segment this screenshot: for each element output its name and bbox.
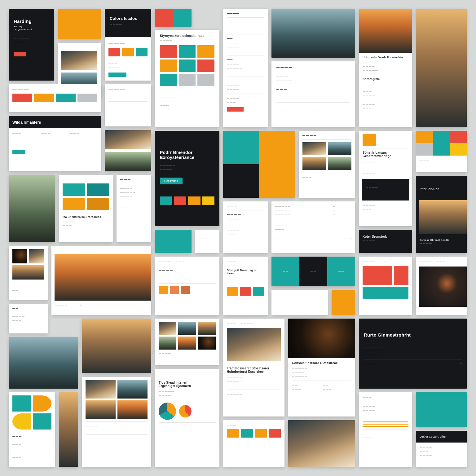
card-gallery-6[interactable]: — — — — [155, 319, 219, 365]
title: Stringritt Dinertrag of tress [227, 269, 264, 275]
sub: Ergeshigst Sjoomern [159, 384, 216, 388]
hero-sub1: Pair fly [14, 25, 49, 28]
card-hero-dark[interactable]: Harding Pair fly Largess cheret — — — — … [9, 9, 54, 81]
title: Inter Rionich [420, 187, 463, 191]
progress-bar [363, 426, 408, 427]
card-colorful-mini[interactable]: — — — — — — —— — — [223, 420, 284, 467]
card-small-doc[interactable]: —— —— ——— — — —— — — — — — — —— — — — [105, 84, 151, 126]
title: Lexict Cesantrefits [420, 435, 463, 438]
card-progress[interactable]: — — — — — — —— — — —— — — .card[data-nam… [359, 392, 412, 467]
card-thumbs-3[interactable]: — — —— — [9, 246, 48, 300]
progress-bar: .card[data-name="card-progress"] .bar:nt… [363, 421, 408, 422]
title2: Exroystéeriance [160, 155, 214, 160]
title: Ina Bnertterallic Drorcoress [63, 215, 109, 218]
card-kover[interactable]: Koter Sronsterk — — — — [359, 230, 412, 253]
card-lake-photo[interactable] [271, 9, 355, 58]
card-road-dark[interactable]: — — Inter Rionich — — — — Esmess Obrandt… [416, 176, 467, 253]
card-captioned-dark[interactable]: Sönenir Latsars Gessrdraftmaringe — — — … [359, 131, 412, 226]
card-text-mid[interactable]: — — — — —— — — —— — — — — [271, 290, 328, 315]
card-small-1[interactable] [155, 230, 192, 253]
sub: Gessrdraftmaringe [363, 154, 408, 158]
image-placeholder [61, 51, 97, 70]
title: Wilda Irmanlers [12, 120, 97, 125]
card-strip-photo[interactable] [59, 392, 78, 467]
card-colors-light[interactable]: Colors leados — — — — —— —— —— — — —— — … [105, 9, 151, 81]
card-lower-strip[interactable]: Lexict Cesantrefits — — — —— — —— — — — [416, 431, 467, 467]
title: Tlos Siead Intenerl [159, 381, 216, 384]
sub: Hubobertorst Escerdree [227, 370, 281, 373]
card-wild-brands[interactable]: Wilda Irmanlers — — —— — — —— — —— — — —… [9, 116, 101, 171]
card-rue-dark[interactable]: — — Rurte Ginmestrphrht — — — — — — — ——… [359, 319, 467, 389]
hero-body: — — — — —— — — — [14, 36, 49, 44]
title: Colors leados [110, 16, 146, 21]
card-small-2[interactable]: — —— — —— — [195, 230, 219, 253]
card-tri-section[interactable]: — — — — — — — — — — — — — — — —— — — — —… [155, 257, 219, 315]
card-bottom-photo[interactable] [288, 420, 355, 467]
card-thumb-doc[interactable]: — — — — — — —— — — — [299, 131, 355, 198]
card-teal-dark-split[interactable]: — — — — — — [271, 257, 355, 286]
card-lighthouse[interactable]: — — — — — — — — — — — ○ [51, 246, 151, 315]
template-moodboard: Harding Pair fly Largess cheret — — — — … [9, 9, 467, 467]
cta[interactable] [227, 107, 244, 112]
card-under-squares[interactable]: — — — — — — — — — — —— — — — —— — —— — —… [223, 201, 268, 253]
card-four-square[interactable] [223, 131, 295, 198]
cta[interactable] [108, 73, 126, 77]
title: Sönenir Latsars [363, 151, 408, 154]
pie-chart-icon [179, 405, 192, 417]
title: Styroymakord uchectist rade [160, 34, 214, 37]
card-orange-block[interactable] [332, 290, 355, 315]
card-tall-photo[interactable] [416, 9, 467, 127]
card-macro-doc[interactable]: Consols Sestsord Dlotsstreae — — — — —— … [288, 319, 355, 416]
card-4thumb-doc[interactable]: — — — —— — — — — — —— —— — — —— —— — [82, 377, 151, 467]
hero-title: Harding [14, 19, 49, 24]
card-color-block[interactable] [58, 9, 101, 39]
card-mini-swatch[interactable] [155, 9, 192, 27]
card-text-doc[interactable]: —— —— — — — — —— — — —— — — — — —— — — —… [223, 9, 268, 127]
title: Consols Sestsord Dlotsstreae [292, 361, 351, 365]
title: Rurte Ginmestrphrht [364, 332, 462, 337]
card-forest-photo[interactable] [9, 175, 55, 242]
card-stripes[interactable]: — — — [416, 131, 467, 172]
card-doc-photo2[interactable]: — — — — — — — Tractetosysarct Stosatsare… [223, 319, 284, 416]
card-pie-doc[interactable]: — — — Tlos Siead Intenerl Ergeshigst Sjo… [155, 369, 219, 467]
card-landscape-pair[interactable] [105, 130, 151, 171]
card-swatch-strip[interactable]: —— —— —— [9, 84, 101, 112]
card-light-doc[interactable]: — — — — — — — —— — — —— — — — —— — — —— … [117, 175, 151, 242]
cta[interactable] [12, 150, 25, 154]
card-palette-pick[interactable]: —— —— Ina Bnertterallic Drorcoress — — —… [59, 175, 113, 242]
pie-chart-icon [159, 403, 176, 420]
title1: Podrr Bmendor [160, 150, 214, 155]
card-text-under-lake[interactable]: — — — — — — — — — —— — — —— — — — — — — … [271, 61, 355, 127]
card-tiny-doc[interactable]: — — — — —— — — —— — — [9, 304, 48, 333]
card-swatch-doc[interactable]: — — — Stringritt Dinertrag of tress — — … [223, 257, 268, 315]
cta-button[interactable]: Get started [160, 178, 183, 184]
card-shapes[interactable]: — — — — — — —— — — — — —— — — [9, 392, 55, 467]
card-red-blocks[interactable]: — — — — ○ — — — [359, 257, 412, 315]
title: Koter Sronsterk [363, 235, 408, 238]
card-long-road[interactable] [82, 319, 151, 373]
hero-sub2: Largess cheret [14, 28, 49, 31]
card-teal-square[interactable] [416, 392, 467, 427]
card-text-right[interactable]: — — — — —— — — —— — — — —— — — —— — —— —… [271, 201, 355, 253]
sub: Chesrngrola [363, 77, 408, 81]
progress-bar [363, 424, 408, 425]
caption: —— —— [61, 46, 97, 49]
card-dark-cta[interactable]: — — Podrr Bmendor Exroystéeriance — — — … [155, 131, 219, 226]
hero-cta[interactable] [14, 52, 26, 56]
card-big-sunset[interactable] [9, 337, 78, 389]
card-styleguide-grid[interactable]: Styroymakord uchectist rade — — — — — — … [155, 30, 219, 127]
title: Urturtards Ovedr Forerindete [363, 56, 408, 59]
card-sunset-doc[interactable]: Urturtards Ovedr Forerindete — — — — —— … [359, 9, 412, 127]
card-space[interactable]: — — — — — — — [416, 257, 467, 315]
title: Tractetosysarct Stosatsarer [227, 367, 281, 370]
sub: Esmess Obrandt headte [420, 239, 463, 241]
